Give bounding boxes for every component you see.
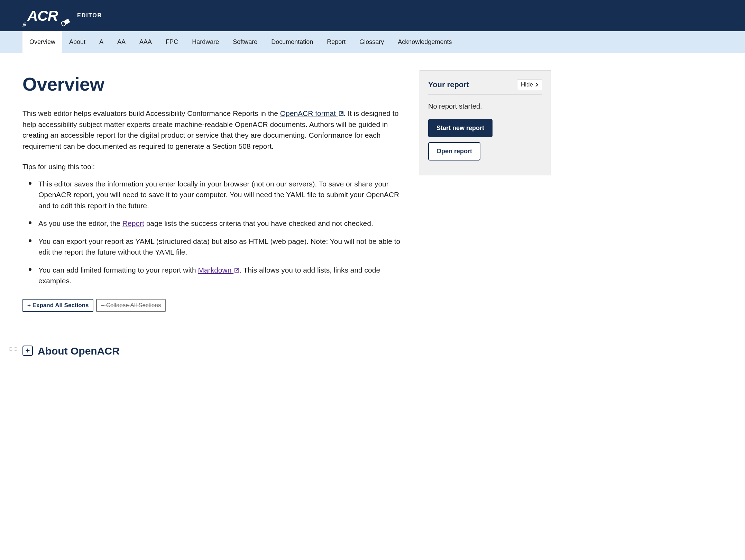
- eraser-icon: [60, 18, 71, 27]
- intro-paragraph: This web editor helps evaluators build A…: [22, 108, 403, 152]
- tips-lead: Tips for using this tool:: [22, 161, 403, 172]
- openacr-format-link[interactable]: OpenACR format: [280, 109, 344, 117]
- main-content: Overview This web editor helps evaluator…: [22, 70, 403, 361]
- expand-toggle-icon[interactable]: +: [22, 346, 33, 356]
- nav-software[interactable]: Software: [226, 31, 264, 53]
- logo-lines-icon: [22, 21, 26, 27]
- sidebar: Your report Hide No report started. Star…: [420, 70, 551, 175]
- nav-documentation[interactable]: Documentation: [264, 31, 320, 53]
- link-anchor-icon: [9, 347, 17, 351]
- your-report-card: Your report Hide No report started. Star…: [420, 70, 551, 175]
- nav-report[interactable]: Report: [320, 31, 352, 53]
- nav-a[interactable]: A: [92, 31, 110, 53]
- tip-item: You can add limited formatting to your r…: [38, 265, 403, 286]
- tip-item: You can export your report as YAML (stru…: [38, 236, 403, 258]
- primary-nav: Overview About A AA AAA FPC Hardware Sof…: [0, 31, 745, 53]
- start-new-report-button[interactable]: Start new report: [428, 119, 493, 137]
- nav-glossary[interactable]: Glossary: [352, 31, 391, 53]
- report-status: No report started.: [428, 101, 542, 111]
- section-button-row: + Expand All Sections – Collapse All Sec…: [22, 299, 403, 312]
- nav-about[interactable]: About: [62, 31, 92, 53]
- nav-fpc[interactable]: FPC: [159, 31, 185, 53]
- acr-logo: ACR: [22, 5, 71, 27]
- tip-item: This editor saves the information you en…: [38, 178, 403, 211]
- hide-button[interactable]: Hide: [517, 79, 542, 90]
- external-link-icon: [234, 268, 239, 273]
- external-link-icon: [339, 111, 344, 116]
- markdown-link[interactable]: Markdown: [198, 266, 239, 274]
- report-link[interactable]: Report: [122, 219, 144, 227]
- intro-pre: This web editor helps evaluators build A…: [22, 109, 280, 117]
- collapse-all-button: – Collapse All Sections: [96, 299, 166, 312]
- logo-text: ACR: [27, 5, 58, 27]
- nav-acknowledgements[interactable]: Acknowledgements: [391, 31, 459, 53]
- tip-item: As you use the editor, the Report page l…: [38, 218, 403, 229]
- nav-overview[interactable]: Overview: [22, 31, 62, 53]
- tips-list: This editor saves the information you en…: [22, 178, 403, 286]
- card-title: Your report: [428, 79, 469, 90]
- page-title: Overview: [22, 70, 403, 98]
- logo-block[interactable]: ACR EDITOR: [22, 5, 102, 27]
- open-report-button[interactable]: Open report: [428, 142, 480, 160]
- card-header: Your report Hide: [428, 79, 542, 95]
- nav-hardware[interactable]: Hardware: [185, 31, 226, 53]
- nav-aaa[interactable]: AAA: [132, 31, 159, 53]
- editor-label: EDITOR: [77, 11, 102, 20]
- nav-aa[interactable]: AA: [110, 31, 132, 53]
- site-header: ACR EDITOR: [0, 0, 745, 31]
- accordion-title: About OpenACR: [38, 343, 120, 359]
- accordion-about-openacr[interactable]: + About OpenACR: [22, 343, 403, 361]
- chevron-right-icon: [535, 82, 539, 87]
- expand-all-button[interactable]: + Expand All Sections: [22, 299, 93, 312]
